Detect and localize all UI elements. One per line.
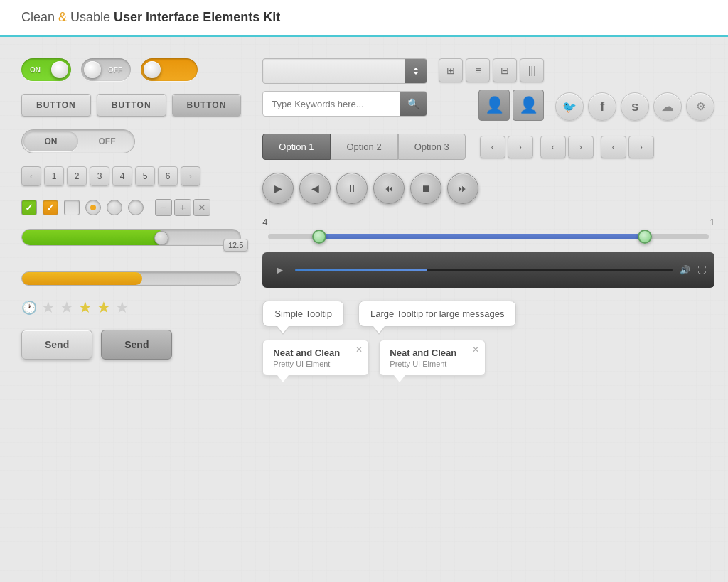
- media-stop[interactable]: ⏹: [410, 173, 441, 204]
- page-6[interactable]: 6: [158, 166, 178, 186]
- progress-track-orange[interactable]: [21, 271, 241, 286]
- clock-icon: 🕐: [21, 300, 37, 316]
- page-2[interactable]: 2: [67, 166, 87, 186]
- nav-group-1: ‹ ›: [480, 136, 533, 158]
- notif-close-2[interactable]: ✕: [472, 345, 479, 355]
- checkbox-orange[interactable]: ✓: [43, 200, 58, 215]
- notification-2: ✕ Neat and Clean Pretty UI Elment: [379, 340, 486, 376]
- star-5[interactable]: ★: [115, 298, 129, 317]
- checkbox-empty[interactable]: [64, 200, 80, 215]
- checkmark-green: ✓: [25, 202, 33, 213]
- tab-option3[interactable]: Option 3: [398, 134, 466, 160]
- dribbble-icon[interactable]: ⚙: [686, 92, 714, 121]
- checks-row: ✓ ✓ − + ✕: [21, 199, 241, 216]
- dropdown-box[interactable]: [262, 58, 427, 84]
- radio-orange[interactable]: [85, 200, 101, 215]
- nav-next-1[interactable]: ›: [508, 136, 533, 158]
- toggle-on[interactable]: ON: [21, 58, 71, 81]
- nav-group-2: ‹ ›: [540, 136, 594, 158]
- grid-view-icon[interactable]: ⊞: [439, 58, 463, 82]
- user-icon-active[interactable]: 👤: [478, 90, 510, 121]
- nav-next-3[interactable]: ›: [628, 136, 654, 158]
- media-play[interactable]: ▶: [262, 173, 294, 204]
- media-prev[interactable]: ⏮: [373, 173, 405, 204]
- page-prev-arrow[interactable]: ‹: [21, 166, 41, 186]
- toggle-on-knob: [51, 61, 68, 78]
- skype-icon[interactable]: S: [621, 92, 649, 121]
- progress-handle-green[interactable]: [154, 231, 168, 245]
- button-2[interactable]: BUTTON: [97, 94, 166, 117]
- view-icons-group: ⊞ ≡ ⊟ |||: [439, 58, 544, 82]
- toggle-on-label: ON: [26, 66, 45, 74]
- video-fullscreen-icon[interactable]: ⛶: [697, 265, 706, 275]
- button-3[interactable]: BUTTON: [172, 94, 242, 117]
- pill-on[interactable]: ON: [23, 131, 78, 151]
- toggle-off-gray-label: OFF: [104, 66, 127, 74]
- video-volume-icon[interactable]: 🔊: [680, 265, 690, 275]
- star-4[interactable]: ★: [97, 298, 111, 317]
- dropdown-arrows[interactable]: [405, 59, 427, 83]
- header-amp: &: [58, 10, 67, 24]
- checkbox-green[interactable]: ✓: [21, 200, 37, 215]
- send-buttons-row: Send Send: [21, 330, 241, 360]
- media-rewind[interactable]: ◀: [299, 173, 331, 204]
- star-3[interactable]: ★: [78, 298, 92, 317]
- send-button-dark[interactable]: Send: [101, 330, 172, 360]
- range-slider[interactable]: 4 1: [262, 217, 714, 239]
- video-progress-track[interactable]: [295, 269, 673, 271]
- notif-title-2: Neat and Clean: [390, 347, 475, 358]
- stepper-close[interactable]: ✕: [193, 199, 210, 216]
- notif-close-1[interactable]: ✕: [355, 345, 363, 355]
- radio-empty-2[interactable]: [128, 200, 144, 215]
- tab-option1[interactable]: Option 1: [262, 134, 330, 160]
- radio-empty[interactable]: [107, 200, 122, 215]
- toggle-off-gray[interactable]: OFF: [81, 58, 131, 81]
- star-2[interactable]: ★: [60, 298, 74, 317]
- cloud-icon[interactable]: ☁: [653, 92, 682, 121]
- progress-track-green[interactable]: [21, 229, 241, 246]
- right-column: 🔍 ⊞ ≡ ⊟ ||| 👤 👤 🐦: [262, 58, 714, 563]
- arrow-up-icon: [413, 68, 419, 70]
- page-1[interactable]: 1: [44, 166, 64, 186]
- video-play-btn[interactable]: ▶: [271, 262, 288, 279]
- progress-fill-green: [22, 230, 164, 245]
- page-5[interactable]: 5: [135, 166, 155, 186]
- star-1[interactable]: ★: [41, 298, 55, 317]
- twitter-icon[interactable]: 🐦: [555, 92, 584, 121]
- stepper-plus[interactable]: +: [174, 199, 191, 216]
- stars-row: 🕐 ★ ★ ★ ★ ★: [21, 298, 241, 317]
- nav-prev-2[interactable]: ‹: [540, 136, 566, 158]
- media-pause[interactable]: ⏸: [336, 173, 368, 204]
- barcode-view-icon[interactable]: |||: [520, 58, 544, 82]
- table-view-icon[interactable]: ⊟: [493, 58, 517, 82]
- notif-title-1: Neat and Clean: [273, 347, 358, 358]
- right-top-row: 🔍 ⊞ ≡ ⊟ ||| 👤 👤 🐦: [262, 58, 714, 121]
- stepper-minus[interactable]: −: [155, 199, 172, 216]
- search-box: 🔍: [262, 91, 427, 117]
- arrow-down-icon: [413, 72, 419, 75]
- user-icon-inactive[interactable]: 👤: [513, 90, 544, 121]
- tab-option2[interactable]: Option 2: [331, 134, 398, 160]
- checkmark-orange: ✓: [46, 202, 55, 213]
- toggle-off-orange[interactable]: [141, 58, 198, 81]
- page-3[interactable]: 3: [90, 166, 109, 186]
- pill-off[interactable]: OFF: [80, 130, 134, 153]
- range-thumb-left[interactable]: [312, 230, 326, 244]
- button-1[interactable]: BUTTON: [21, 94, 91, 117]
- list-view-icon[interactable]: ≡: [466, 58, 490, 82]
- dropdown-input[interactable]: [263, 59, 405, 83]
- nav-prev-1[interactable]: ‹: [480, 136, 505, 158]
- nav-next-2[interactable]: ›: [568, 136, 594, 158]
- page-4[interactable]: 4: [112, 166, 132, 186]
- search-input[interactable]: [263, 92, 400, 116]
- search-button[interactable]: 🔍: [400, 92, 427, 116]
- on-off-pill[interactable]: ON OFF: [21, 129, 135, 153]
- tooltips-row: Simple Tooltip Large Tooltip for large m…: [262, 301, 714, 327]
- media-next[interactable]: ⏭: [447, 173, 478, 204]
- nav-prev-3[interactable]: ‹: [601, 136, 626, 158]
- facebook-icon[interactable]: f: [588, 92, 616, 121]
- page-next-arrow[interactable]: ›: [181, 166, 200, 186]
- progress-fill-orange: [22, 272, 142, 285]
- send-button-light[interactable]: Send: [21, 330, 92, 360]
- range-thumb-right[interactable]: [638, 230, 652, 244]
